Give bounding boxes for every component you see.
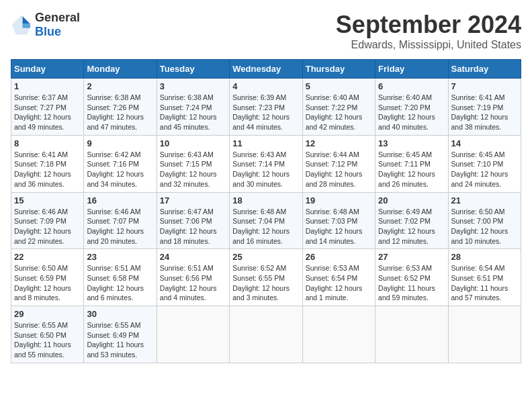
logo-blue: Blue — [35, 25, 61, 38]
logo: General Blue — [11, 11, 80, 39]
calendar-week-row: 22 Sunrise: 6:50 AM Sunset: 6:59 PM Dayl… — [11, 249, 521, 306]
table-row — [302, 306, 375, 363]
table-row: 15 Sunrise: 6:46 AM Sunset: 7:09 PM Dayl… — [11, 192, 84, 249]
table-row: 16 Sunrise: 6:46 AM Sunset: 7:07 PM Dayl… — [84, 192, 157, 249]
day-number: 2 — [87, 81, 153, 91]
day-number: 23 — [87, 252, 153, 262]
day-info: Sunrise: 6:38 AM Sunset: 7:26 PM Dayligh… — [87, 93, 153, 132]
day-info: Sunrise: 6:44 AM Sunset: 7:12 PM Dayligh… — [306, 150, 372, 189]
day-info: Sunrise: 6:43 AM Sunset: 7:15 PM Dayligh… — [160, 150, 226, 189]
table-row: 27 Sunrise: 6:53 AM Sunset: 6:52 PM Dayl… — [375, 249, 448, 306]
day-info: Sunrise: 6:45 AM Sunset: 7:11 PM Dayligh… — [378, 150, 445, 189]
col-friday: Friday — [375, 60, 448, 79]
calendar-week-row: 29 Sunrise: 6:55 AM Sunset: 6:50 PM Dayl… — [11, 306, 521, 363]
table-row: 11 Sunrise: 6:43 AM Sunset: 7:14 PM Dayl… — [230, 135, 302, 192]
table-row: 25 Sunrise: 6:52 AM Sunset: 6:55 PM Dayl… — [230, 249, 302, 306]
day-number: 18 — [232, 195, 299, 205]
day-number: 1 — [14, 81, 81, 91]
day-info: Sunrise: 6:46 AM Sunset: 7:09 PM Dayligh… — [14, 207, 81, 246]
table-row — [448, 306, 521, 363]
day-number: 5 — [306, 81, 372, 91]
table-row: 13 Sunrise: 6:45 AM Sunset: 7:11 PM Dayl… — [375, 135, 448, 192]
day-number: 26 — [306, 252, 372, 262]
logo-general: General — [35, 11, 80, 24]
day-number: 6 — [378, 81, 445, 91]
table-row — [375, 306, 448, 363]
table-row — [157, 306, 229, 363]
calendar-week-row: 15 Sunrise: 6:46 AM Sunset: 7:09 PM Dayl… — [11, 192, 521, 249]
day-info: Sunrise: 6:55 AM Sunset: 6:50 PM Dayligh… — [14, 320, 81, 360]
table-row: 8 Sunrise: 6:41 AM Sunset: 7:18 PM Dayli… — [11, 135, 84, 192]
day-info: Sunrise: 6:51 AM Sunset: 6:58 PM Dayligh… — [87, 263, 153, 303]
day-number: 19 — [306, 195, 372, 205]
day-number: 30 — [87, 309, 153, 319]
logo-text: General Blue — [35, 11, 80, 39]
day-number: 17 — [160, 195, 226, 205]
table-row: 28 Sunrise: 6:54 AM Sunset: 6:51 PM Dayl… — [448, 249, 521, 306]
table-row: 23 Sunrise: 6:51 AM Sunset: 6:58 PM Dayl… — [84, 249, 157, 306]
day-number: 16 — [87, 195, 153, 205]
day-number: 7 — [451, 81, 518, 91]
day-number: 27 — [378, 252, 445, 262]
table-row: 20 Sunrise: 6:49 AM Sunset: 7:02 PM Dayl… — [375, 192, 448, 249]
table-row: 2 Sunrise: 6:38 AM Sunset: 7:26 PM Dayli… — [84, 79, 157, 136]
day-number: 25 — [232, 252, 299, 262]
day-number: 29 — [14, 309, 81, 319]
table-row: 9 Sunrise: 6:42 AM Sunset: 7:16 PM Dayli… — [84, 135, 157, 192]
day-number: 24 — [160, 252, 226, 262]
day-info: Sunrise: 6:50 AM Sunset: 7:00 PM Dayligh… — [451, 207, 518, 246]
table-row — [230, 306, 302, 363]
day-info: Sunrise: 6:41 AM Sunset: 7:18 PM Dayligh… — [14, 150, 81, 189]
day-number: 13 — [378, 138, 445, 148]
day-info: Sunrise: 6:39 AM Sunset: 7:23 PM Dayligh… — [232, 93, 299, 132]
day-number: 12 — [306, 138, 372, 148]
col-tuesday: Tuesday — [157, 60, 229, 79]
col-monday: Monday — [84, 60, 157, 79]
day-info: Sunrise: 6:53 AM Sunset: 6:52 PM Dayligh… — [378, 263, 445, 303]
table-row: 3 Sunrise: 6:38 AM Sunset: 7:24 PM Dayli… — [157, 79, 229, 136]
table-row: 6 Sunrise: 6:40 AM Sunset: 7:20 PM Dayli… — [375, 79, 448, 136]
title-area: September 2024 Edwards, Mississippi, Uni… — [336, 11, 521, 51]
day-number: 15 — [14, 195, 81, 205]
day-info: Sunrise: 6:51 AM Sunset: 6:56 PM Dayligh… — [160, 263, 226, 303]
logo-icon — [11, 14, 32, 36]
day-number: 20 — [378, 195, 445, 205]
day-number: 8 — [14, 138, 81, 148]
day-number: 14 — [451, 138, 518, 148]
table-row: 10 Sunrise: 6:43 AM Sunset: 7:15 PM Dayl… — [157, 135, 229, 192]
day-number: 4 — [232, 81, 299, 91]
table-row: 18 Sunrise: 6:48 AM Sunset: 7:04 PM Dayl… — [230, 192, 302, 249]
location-title: Edwards, Mississippi, United States — [336, 39, 521, 51]
month-title: September 2024 — [336, 11, 521, 39]
day-info: Sunrise: 6:48 AM Sunset: 7:03 PM Dayligh… — [306, 207, 372, 246]
day-info: Sunrise: 6:40 AM Sunset: 7:22 PM Dayligh… — [306, 93, 372, 132]
day-info: Sunrise: 6:54 AM Sunset: 6:51 PM Dayligh… — [451, 263, 518, 303]
table-row: 26 Sunrise: 6:53 AM Sunset: 6:54 PM Dayl… — [302, 249, 375, 306]
table-row: 30 Sunrise: 6:55 AM Sunset: 6:49 PM Dayl… — [84, 306, 157, 363]
day-info: Sunrise: 6:43 AM Sunset: 7:14 PM Dayligh… — [232, 150, 299, 189]
header: General Blue September 2024 Edwards, Mis… — [11, 11, 521, 51]
table-row: 12 Sunrise: 6:44 AM Sunset: 7:12 PM Dayl… — [302, 135, 375, 192]
table-row: 21 Sunrise: 6:50 AM Sunset: 7:00 PM Dayl… — [448, 192, 521, 249]
day-info: Sunrise: 6:45 AM Sunset: 7:10 PM Dayligh… — [451, 150, 518, 189]
day-info: Sunrise: 6:46 AM Sunset: 7:07 PM Dayligh… — [87, 207, 153, 246]
day-info: Sunrise: 6:37 AM Sunset: 7:27 PM Dayligh… — [14, 93, 81, 132]
calendar-table: Sunday Monday Tuesday Wednesday Thursday… — [11, 59, 521, 363]
table-row: 22 Sunrise: 6:50 AM Sunset: 6:59 PM Dayl… — [11, 249, 84, 306]
day-number: 11 — [232, 138, 299, 148]
table-row: 1 Sunrise: 6:37 AM Sunset: 7:27 PM Dayli… — [11, 79, 84, 136]
calendar-header-row: Sunday Monday Tuesday Wednesday Thursday… — [11, 60, 521, 79]
day-info: Sunrise: 6:38 AM Sunset: 7:24 PM Dayligh… — [160, 93, 226, 132]
col-saturday: Saturday — [448, 60, 521, 79]
day-info: Sunrise: 6:52 AM Sunset: 6:55 PM Dayligh… — [232, 263, 299, 303]
day-info: Sunrise: 6:48 AM Sunset: 7:04 PM Dayligh… — [232, 207, 299, 246]
day-number: 22 — [14, 252, 81, 262]
col-sunday: Sunday — [11, 60, 84, 79]
table-row: 29 Sunrise: 6:55 AM Sunset: 6:50 PM Dayl… — [11, 306, 84, 363]
calendar-week-row: 8 Sunrise: 6:41 AM Sunset: 7:18 PM Dayli… — [11, 135, 521, 192]
day-info: Sunrise: 6:41 AM Sunset: 7:19 PM Dayligh… — [451, 93, 518, 132]
day-info: Sunrise: 6:47 AM Sunset: 7:06 PM Dayligh… — [160, 207, 226, 246]
table-row: 7 Sunrise: 6:41 AM Sunset: 7:19 PM Dayli… — [448, 79, 521, 136]
day-number: 3 — [160, 81, 226, 91]
svg-marker-1 — [23, 16, 30, 24]
